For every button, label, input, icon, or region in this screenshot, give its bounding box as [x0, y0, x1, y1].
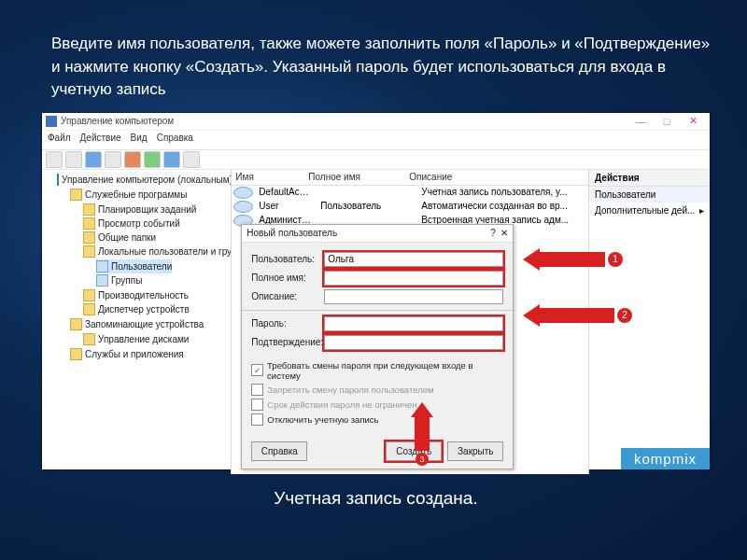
chk-disabled[interactable]: Отключить учетную запись [251, 413, 503, 426]
screenshot-container: Управление компьютером — □ ✕ Файл Действ… [42, 113, 710, 469]
user-icon [233, 187, 253, 199]
toolbar-delete-icon[interactable] [124, 151, 141, 168]
dialog-title: Новый пользователь [247, 228, 337, 238]
annotation-arrow-1: 1 [523, 251, 623, 268]
label-desc: Описание: [251, 291, 324, 301]
users-icon [96, 260, 108, 273]
menu-action[interactable]: Действие [80, 133, 121, 147]
chk-cannot-change: Запретить смену пароля пользователем [251, 384, 503, 396]
actions-group: Пользователи [589, 187, 710, 203]
tree-shared-folders[interactable]: Общие папки [83, 231, 232, 245]
app-icon [46, 116, 57, 127]
dialog-titlebar: Новый пользователь ? ✕ [242, 225, 513, 243]
password-input[interactable] [324, 316, 503, 331]
list-columns: Имя Полное имя Описание [232, 170, 588, 186]
list-row[interactable]: UserПользовательАвтоматически созданная … [232, 200, 588, 214]
folder-icon [83, 231, 95, 244]
confirm-input[interactable] [324, 335, 503, 350]
label-confirm: Подтверждение: [251, 337, 324, 347]
caption-text: Учетная запись создана. [23, 488, 728, 509]
window-title: Управление компьютером [61, 116, 174, 126]
tree-performance[interactable]: Производительность [83, 288, 232, 302]
col-fullname[interactable]: Полное имя [304, 172, 405, 182]
label-fullname: Полное имя: [251, 273, 324, 283]
toolbar-refresh-icon[interactable] [144, 151, 161, 168]
menu-bar: Файл Действие Вид Справка [42, 131, 710, 149]
menu-file[interactable]: Файл [48, 133, 71, 147]
chk-must-change[interactable]: ✓Требовать смены пароля при следующем вх… [251, 360, 503, 381]
tree-device-manager[interactable]: Диспетчер устройств [83, 302, 232, 316]
instruction-text: Введите имя пользователя, также можете з… [51, 33, 719, 102]
groups-icon [96, 274, 108, 287]
toolbar-help-icon[interactable] [183, 151, 200, 168]
toolbar-export-icon[interactable] [163, 151, 180, 168]
tree-pane: Управление компьютером (локальным) Служе… [42, 170, 232, 474]
tree-system-tools[interactable]: Служебные программы [70, 188, 232, 202]
folder-icon [70, 189, 82, 201]
folder-icon [83, 289, 95, 301]
tree-event-viewer[interactable]: Просмотр событий [83, 217, 232, 231]
new-user-dialog: Новый пользователь ? ✕ Пользователь: Пол… [241, 224, 514, 469]
checkbox-icon [251, 399, 263, 411]
maximize-button[interactable]: □ [654, 114, 680, 129]
tree-root[interactable]: Управление компьютером (локальным) [57, 173, 229, 187]
description-input[interactable] [324, 289, 503, 304]
tree-disk-mgmt[interactable]: Управление дисками [83, 332, 189, 346]
username-input[interactable] [324, 252, 503, 267]
label-username: Пользователь: [251, 254, 324, 264]
dialog-close-button[interactable]: ✕ [500, 228, 508, 238]
checkbox-icon [251, 413, 263, 426]
folder-icon [83, 217, 95, 230]
folder-icon [70, 318, 82, 330]
toolbar-props-icon[interactable] [105, 151, 121, 168]
minimize-button[interactable]: — [627, 114, 654, 129]
folder-icon [83, 245, 95, 258]
close-dialog-button[interactable]: Закрыть [447, 441, 503, 461]
folder-icon [83, 203, 95, 216]
toolbar-forward-icon[interactable] [65, 151, 82, 168]
checkbox-icon: ✓ [251, 364, 263, 376]
toolbar-up-icon[interactable] [85, 151, 102, 168]
computer-icon [57, 174, 59, 186]
toolbar [42, 149, 710, 170]
col-desc[interactable]: Описание [405, 172, 588, 182]
tree-local-users[interactable]: Локальные пользователи и группы [83, 245, 232, 259]
annotation-arrow-2: 2 [523, 307, 632, 324]
close-button[interactable]: ✕ [680, 114, 706, 129]
fullname-input[interactable] [324, 271, 503, 286]
chk-never-expire: Срок действия пароля не ограничен [251, 399, 503, 411]
menu-help[interactable]: Справка [157, 133, 193, 147]
annotation-arrow-3: 3 [411, 402, 433, 466]
watermark: kompmix [621, 448, 710, 469]
help-button[interactable]: Справка [251, 441, 307, 461]
tree-users[interactable]: Пользователи [96, 259, 172, 273]
user-icon [233, 201, 253, 213]
col-name[interactable]: Имя [232, 172, 304, 182]
list-row[interactable]: DefaultAcco...Учетная запись пользовател… [232, 186, 588, 200]
toolbar-back-icon[interactable] [46, 151, 63, 168]
actions-header: Действия [589, 170, 710, 187]
window-titlebar: Управление компьютером — □ ✕ [42, 113, 710, 131]
tree-groups[interactable]: Группы [96, 273, 172, 287]
dialog-help-button[interactable]: ? [490, 228, 496, 238]
tree-services[interactable]: Службы и приложения [70, 347, 232, 361]
folder-icon [70, 348, 82, 360]
tree-task-scheduler[interactable]: Планировщик заданий [83, 203, 232, 217]
actions-more[interactable]: Дополнительные дей...▸ [589, 203, 710, 218]
label-password: Пароль: [251, 318, 324, 329]
folder-icon [83, 333, 95, 345]
folder-icon [83, 303, 95, 315]
tree-storage[interactable]: Запоминающие устройства [70, 317, 232, 331]
chevron-right-icon: ▸ [699, 205, 704, 216]
checkbox-icon [251, 384, 263, 396]
menu-view[interactable]: Вид [131, 133, 148, 147]
